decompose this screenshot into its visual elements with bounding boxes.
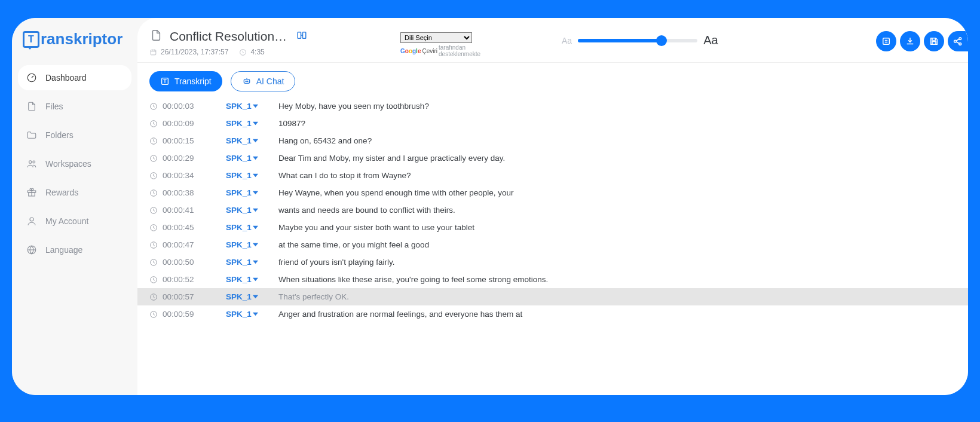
transcript-row[interactable]: 00:00:52SPK_1When situations like these …: [137, 271, 968, 288]
speaker-select[interactable]: SPK_1: [226, 275, 268, 284]
sidebar-item-label: Workspaces: [45, 159, 91, 169]
tab-ai-chat[interactable]: AI Chat: [231, 71, 296, 91]
transcript-row[interactable]: 00:00:03SPK_1Hey Moby, have you seen my …: [137, 97, 968, 115]
timestamp[interactable]: 00:00:29: [149, 154, 215, 163]
timestamp[interactable]: 00:00:41: [149, 206, 215, 215]
speaker-select[interactable]: SPK_1: [226, 206, 268, 215]
transcript-row[interactable]: 00:00:15SPK_1Hang on, 65432 and one?: [137, 132, 968, 149]
svg-point-4: [30, 218, 33, 221]
speaker-select[interactable]: SPK_1: [226, 136, 268, 145]
sidebar-item-files[interactable]: Files: [18, 94, 131, 119]
transcript-text[interactable]: Hey Moby, have you seen my toothbrush?: [278, 102, 956, 111]
brand-logo[interactable]: T ranskriptor: [18, 30, 131, 48]
timestamp[interactable]: 00:00:59: [149, 310, 215, 319]
font-large-label: Aa: [703, 33, 718, 47]
transcript-row[interactable]: 00:00:59SPK_1Anger and frustration are n…: [137, 305, 968, 323]
language-select[interactable]: Dili Seçin: [400, 32, 472, 43]
file-icon: [26, 101, 37, 112]
timestamp[interactable]: 00:00:47: [149, 240, 215, 249]
svg-rect-10: [883, 38, 890, 45]
timestamp[interactable]: 00:00:34: [149, 171, 215, 180]
sidebar-item-folders[interactable]: Folders: [18, 123, 131, 148]
transcript-row[interactable]: 00:00:50SPK_1friend of yours isn't playi…: [137, 253, 968, 271]
speaker-select[interactable]: SPK_1: [226, 223, 268, 232]
rename-icon[interactable]: [296, 30, 307, 43]
transcript-row[interactable]: 00:00:34SPK_1What can I do to stop it fr…: [137, 167, 968, 184]
speaker-select[interactable]: SPK_1: [226, 154, 268, 163]
sidebar-item-dashboard[interactable]: Dashboard: [18, 65, 131, 90]
brand-text: ranskriptor: [41, 30, 122, 48]
sidebar-item-language[interactable]: Language: [18, 237, 131, 262]
save-button[interactable]: [924, 31, 944, 51]
transcript-text[interactable]: 10987?: [278, 119, 956, 128]
globe-icon: [26, 244, 37, 255]
sidebar-item-label: Folders: [45, 130, 74, 140]
svg-point-17: [246, 81, 246, 81]
transcript-text[interactable]: That's perfectly OK.: [278, 292, 956, 301]
logo-icon: T: [23, 31, 39, 48]
folder-icon: [26, 130, 37, 140]
svg-point-0: [29, 161, 32, 164]
transcript-row[interactable]: 00:00:47SPK_1at the same time, or you mi…: [137, 236, 968, 253]
document-date: 26/11/2023, 17:37:57: [149, 48, 228, 56]
transcript-text[interactable]: Hang on, 65432 and one?: [278, 136, 956, 145]
transcript-row[interactable]: 00:00:29SPK_1Dear Tim and Moby, my siste…: [137, 149, 968, 167]
tab-transkript[interactable]: Transkript: [149, 71, 222, 91]
speaker-select[interactable]: SPK_1: [226, 258, 268, 267]
timestamp[interactable]: 00:00:03: [149, 102, 215, 111]
transcript-list: 00:00:03SPK_1Hey Moby, have you seen my …: [137, 97, 968, 323]
document-header: Conflict Resolution_ Ho... 26/11/2023, 1…: [137, 29, 968, 63]
transcript-row[interactable]: 00:00:09SPK_110987?: [137, 115, 968, 132]
share-button[interactable]: [948, 31, 968, 51]
sidebar-item-label: Rewards: [45, 188, 78, 197]
timestamp[interactable]: 00:00:57: [149, 292, 215, 301]
svg-rect-8: [151, 50, 156, 54]
sidebar-item-workspaces[interactable]: Workspaces: [18, 151, 131, 176]
speaker-select[interactable]: SPK_1: [226, 188, 268, 197]
user-icon: [26, 216, 37, 227]
download-button[interactable]: [900, 31, 920, 51]
document-duration: 4:35: [239, 48, 264, 56]
timestamp[interactable]: 00:00:50: [149, 258, 215, 267]
header-actions: [876, 31, 968, 51]
speaker-select[interactable]: SPK_1: [226, 310, 268, 319]
transcript-row[interactable]: 00:00:57SPK_1That's perfectly OK.: [137, 288, 968, 305]
timestamp[interactable]: 00:00:09: [149, 119, 215, 128]
timestamp[interactable]: 00:00:52: [149, 275, 215, 284]
translate-widget: Dili Seçin Google Çeviri tarafından dest…: [400, 32, 496, 57]
gift-icon: [26, 187, 37, 198]
transcript-text[interactable]: wants and needs are bound to conflict wi…: [278, 206, 956, 215]
speaker-select[interactable]: SPK_1: [226, 102, 268, 111]
transcript-text[interactable]: Hey Wayne, when you spend enough time wi…: [278, 188, 956, 197]
slider-knob[interactable]: [656, 35, 667, 46]
sidebar-item-rewards[interactable]: Rewards: [18, 180, 131, 205]
transcript-text[interactable]: Anger and frustration are normal feeling…: [278, 310, 956, 319]
font-size-slider[interactable]: [578, 39, 697, 42]
timestamp[interactable]: 00:00:38: [149, 188, 215, 197]
transcript-row[interactable]: 00:00:45SPK_1Maybe you and your sister b…: [137, 219, 968, 236]
document-title[interactable]: Conflict Resolution_ Ho...: [170, 29, 289, 44]
export-button[interactable]: [876, 31, 896, 51]
speaker-select[interactable]: SPK_1: [226, 292, 268, 301]
speaker-select[interactable]: SPK_1: [226, 240, 268, 249]
sidebar-item-my-account[interactable]: My Account: [18, 209, 131, 234]
timestamp[interactable]: 00:00:15: [149, 136, 215, 145]
svg-point-18: [247, 81, 247, 81]
svg-rect-6: [298, 32, 301, 39]
speaker-select[interactable]: SPK_1: [226, 119, 268, 128]
transcript-row[interactable]: 00:00:38SPK_1Hey Wayne, when you spend e…: [137, 184, 968, 201]
sidebar-item-label: Files: [45, 102, 63, 111]
transcript-text[interactable]: Dear Tim and Moby, my sister and I argue…: [278, 154, 956, 163]
people-icon: [26, 158, 37, 169]
transcript-text[interactable]: at the same time, or you might feel a go…: [278, 240, 956, 249]
view-tabs: Transkript AI Chat: [137, 63, 968, 91]
speaker-select[interactable]: SPK_1: [226, 171, 268, 180]
transcript-row[interactable]: 00:00:41SPK_1wants and needs are bound t…: [137, 201, 968, 219]
main-content: Conflict Resolution_ Ho... 26/11/2023, 1…: [137, 18, 968, 395]
transcript-text[interactable]: What can I do to stop it from Wayne?: [278, 171, 956, 180]
sidebar-item-label: Language: [45, 245, 82, 255]
transcript-text[interactable]: friend of yours isn't playing fairly.: [278, 258, 956, 267]
transcript-text[interactable]: Maybe you and your sister both want to u…: [278, 223, 956, 232]
transcript-text[interactable]: When situations like these arise, you're…: [278, 275, 956, 284]
timestamp[interactable]: 00:00:45: [149, 223, 215, 232]
